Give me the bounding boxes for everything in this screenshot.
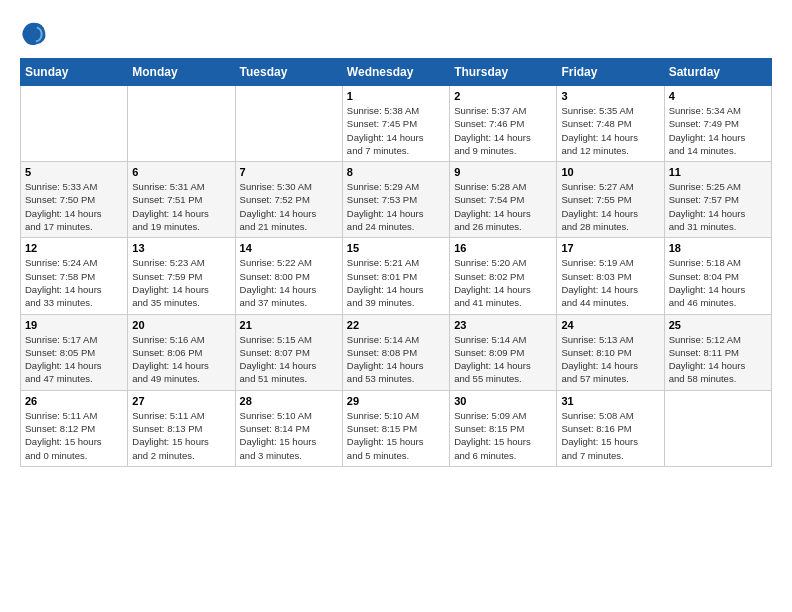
day-info: Sunrise: 5:10 AM Sunset: 8:15 PM Dayligh… <box>347 409 445 462</box>
day-info: Sunrise: 5:27 AM Sunset: 7:55 PM Dayligh… <box>561 180 659 233</box>
day-number: 11 <box>669 166 767 178</box>
day-number: 12 <box>25 242 123 254</box>
calendar-day-cell: 6Sunrise: 5:31 AM Sunset: 7:51 PM Daylig… <box>128 162 235 238</box>
calendar-day-cell: 20Sunrise: 5:16 AM Sunset: 8:06 PM Dayli… <box>128 314 235 390</box>
day-info: Sunrise: 5:15 AM Sunset: 8:07 PM Dayligh… <box>240 333 338 386</box>
day-number: 19 <box>25 319 123 331</box>
day-info: Sunrise: 5:13 AM Sunset: 8:10 PM Dayligh… <box>561 333 659 386</box>
calendar-day-cell: 9Sunrise: 5:28 AM Sunset: 7:54 PM Daylig… <box>450 162 557 238</box>
day-info: Sunrise: 5:19 AM Sunset: 8:03 PM Dayligh… <box>561 256 659 309</box>
calendar-week-row: 1Sunrise: 5:38 AM Sunset: 7:45 PM Daylig… <box>21 86 772 162</box>
calendar-day-cell: 27Sunrise: 5:11 AM Sunset: 8:13 PM Dayli… <box>128 390 235 466</box>
day-info: Sunrise: 5:08 AM Sunset: 8:16 PM Dayligh… <box>561 409 659 462</box>
calendar-day-cell: 21Sunrise: 5:15 AM Sunset: 8:07 PM Dayli… <box>235 314 342 390</box>
day-number: 20 <box>132 319 230 331</box>
calendar-day-cell: 1Sunrise: 5:38 AM Sunset: 7:45 PM Daylig… <box>342 86 449 162</box>
day-info: Sunrise: 5:17 AM Sunset: 8:05 PM Dayligh… <box>25 333 123 386</box>
calendar-day-cell: 14Sunrise: 5:22 AM Sunset: 8:00 PM Dayli… <box>235 238 342 314</box>
weekday-header: Sunday <box>21 59 128 86</box>
calendar-day-cell: 25Sunrise: 5:12 AM Sunset: 8:11 PM Dayli… <box>664 314 771 390</box>
day-info: Sunrise: 5:25 AM Sunset: 7:57 PM Dayligh… <box>669 180 767 233</box>
calendar-day-cell: 8Sunrise: 5:29 AM Sunset: 7:53 PM Daylig… <box>342 162 449 238</box>
weekday-header: Wednesday <box>342 59 449 86</box>
day-info: Sunrise: 5:38 AM Sunset: 7:45 PM Dayligh… <box>347 104 445 157</box>
calendar-day-cell <box>664 390 771 466</box>
day-number: 16 <box>454 242 552 254</box>
calendar-day-cell: 4Sunrise: 5:34 AM Sunset: 7:49 PM Daylig… <box>664 86 771 162</box>
calendar-day-cell: 19Sunrise: 5:17 AM Sunset: 8:05 PM Dayli… <box>21 314 128 390</box>
day-number: 28 <box>240 395 338 407</box>
day-number: 27 <box>132 395 230 407</box>
day-info: Sunrise: 5:14 AM Sunset: 8:09 PM Dayligh… <box>454 333 552 386</box>
calendar-day-cell: 30Sunrise: 5:09 AM Sunset: 8:15 PM Dayli… <box>450 390 557 466</box>
calendar-day-cell <box>128 86 235 162</box>
day-number: 18 <box>669 242 767 254</box>
calendar-day-cell: 11Sunrise: 5:25 AM Sunset: 7:57 PM Dayli… <box>664 162 771 238</box>
day-number: 24 <box>561 319 659 331</box>
weekday-header: Friday <box>557 59 664 86</box>
day-number: 2 <box>454 90 552 102</box>
day-info: Sunrise: 5:24 AM Sunset: 7:58 PM Dayligh… <box>25 256 123 309</box>
page-header <box>20 20 772 48</box>
day-number: 5 <box>25 166 123 178</box>
day-info: Sunrise: 5:21 AM Sunset: 8:01 PM Dayligh… <box>347 256 445 309</box>
day-info: Sunrise: 5:30 AM Sunset: 7:52 PM Dayligh… <box>240 180 338 233</box>
day-number: 17 <box>561 242 659 254</box>
calendar-header-row: SundayMondayTuesdayWednesdayThursdayFrid… <box>21 59 772 86</box>
calendar-day-cell: 22Sunrise: 5:14 AM Sunset: 8:08 PM Dayli… <box>342 314 449 390</box>
day-info: Sunrise: 5:14 AM Sunset: 8:08 PM Dayligh… <box>347 333 445 386</box>
day-number: 14 <box>240 242 338 254</box>
calendar-day-cell: 31Sunrise: 5:08 AM Sunset: 8:16 PM Dayli… <box>557 390 664 466</box>
day-info: Sunrise: 5:11 AM Sunset: 8:12 PM Dayligh… <box>25 409 123 462</box>
calendar-day-cell: 23Sunrise: 5:14 AM Sunset: 8:09 PM Dayli… <box>450 314 557 390</box>
day-info: Sunrise: 5:16 AM Sunset: 8:06 PM Dayligh… <box>132 333 230 386</box>
day-number: 21 <box>240 319 338 331</box>
day-info: Sunrise: 5:22 AM Sunset: 8:00 PM Dayligh… <box>240 256 338 309</box>
day-number: 8 <box>347 166 445 178</box>
calendar-day-cell: 3Sunrise: 5:35 AM Sunset: 7:48 PM Daylig… <box>557 86 664 162</box>
weekday-header: Saturday <box>664 59 771 86</box>
day-number: 25 <box>669 319 767 331</box>
day-info: Sunrise: 5:34 AM Sunset: 7:49 PM Dayligh… <box>669 104 767 157</box>
day-number: 13 <box>132 242 230 254</box>
day-info: Sunrise: 5:20 AM Sunset: 8:02 PM Dayligh… <box>454 256 552 309</box>
calendar-day-cell: 2Sunrise: 5:37 AM Sunset: 7:46 PM Daylig… <box>450 86 557 162</box>
calendar-day-cell: 13Sunrise: 5:23 AM Sunset: 7:59 PM Dayli… <box>128 238 235 314</box>
weekday-header: Tuesday <box>235 59 342 86</box>
day-number: 31 <box>561 395 659 407</box>
logo-icon <box>20 20 48 48</box>
calendar-day-cell: 29Sunrise: 5:10 AM Sunset: 8:15 PM Dayli… <box>342 390 449 466</box>
logo <box>20 20 52 48</box>
calendar-week-row: 12Sunrise: 5:24 AM Sunset: 7:58 PM Dayli… <box>21 238 772 314</box>
calendar-day-cell: 16Sunrise: 5:20 AM Sunset: 8:02 PM Dayli… <box>450 238 557 314</box>
day-number: 10 <box>561 166 659 178</box>
calendar-day-cell <box>235 86 342 162</box>
calendar-day-cell: 12Sunrise: 5:24 AM Sunset: 7:58 PM Dayli… <box>21 238 128 314</box>
weekday-header: Monday <box>128 59 235 86</box>
day-info: Sunrise: 5:29 AM Sunset: 7:53 PM Dayligh… <box>347 180 445 233</box>
calendar-week-row: 5Sunrise: 5:33 AM Sunset: 7:50 PM Daylig… <box>21 162 772 238</box>
day-number: 15 <box>347 242 445 254</box>
day-info: Sunrise: 5:23 AM Sunset: 7:59 PM Dayligh… <box>132 256 230 309</box>
calendar-day-cell: 5Sunrise: 5:33 AM Sunset: 7:50 PM Daylig… <box>21 162 128 238</box>
day-info: Sunrise: 5:10 AM Sunset: 8:14 PM Dayligh… <box>240 409 338 462</box>
weekday-header: Thursday <box>450 59 557 86</box>
day-number: 7 <box>240 166 338 178</box>
day-info: Sunrise: 5:12 AM Sunset: 8:11 PM Dayligh… <box>669 333 767 386</box>
day-number: 23 <box>454 319 552 331</box>
day-number: 4 <box>669 90 767 102</box>
calendar-day-cell: 17Sunrise: 5:19 AM Sunset: 8:03 PM Dayli… <box>557 238 664 314</box>
day-number: 30 <box>454 395 552 407</box>
calendar-day-cell: 18Sunrise: 5:18 AM Sunset: 8:04 PM Dayli… <box>664 238 771 314</box>
day-info: Sunrise: 5:35 AM Sunset: 7:48 PM Dayligh… <box>561 104 659 157</box>
day-info: Sunrise: 5:31 AM Sunset: 7:51 PM Dayligh… <box>132 180 230 233</box>
calendar-table: SundayMondayTuesdayWednesdayThursdayFrid… <box>20 58 772 467</box>
day-number: 9 <box>454 166 552 178</box>
day-number: 22 <box>347 319 445 331</box>
calendar-day-cell: 15Sunrise: 5:21 AM Sunset: 8:01 PM Dayli… <box>342 238 449 314</box>
day-info: Sunrise: 5:09 AM Sunset: 8:15 PM Dayligh… <box>454 409 552 462</box>
day-number: 6 <box>132 166 230 178</box>
day-info: Sunrise: 5:18 AM Sunset: 8:04 PM Dayligh… <box>669 256 767 309</box>
day-number: 26 <box>25 395 123 407</box>
day-info: Sunrise: 5:11 AM Sunset: 8:13 PM Dayligh… <box>132 409 230 462</box>
